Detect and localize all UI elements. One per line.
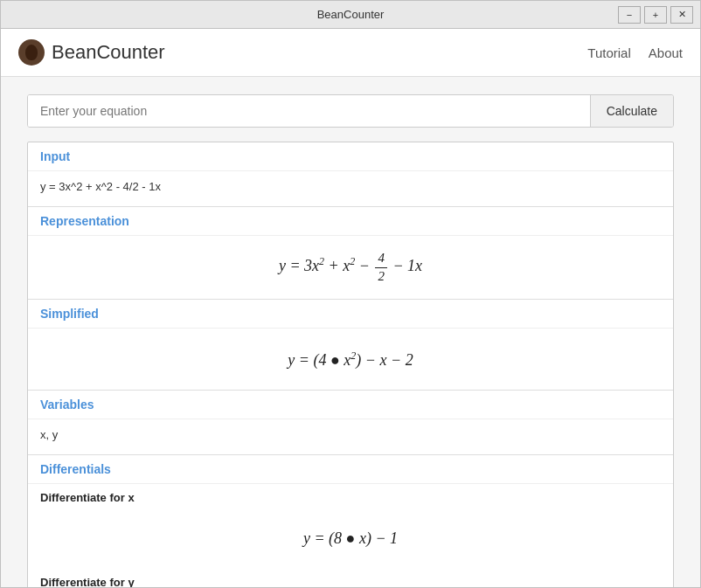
simplified-math: y = (4 ● x2) − x − 2 [28, 329, 673, 390]
differentials-header: Differentials [28, 455, 673, 484]
representation-formula: y = 3x2 + x2 − 4 2 − 1x [279, 250, 422, 285]
differentials-section: Differentials Differentiate for x y = (8… [28, 455, 673, 587]
maximize-button[interactable]: + [644, 6, 667, 24]
diff-x-math: y = (8 ● x) − 1 [28, 508, 673, 569]
header-nav: Tutorial About [587, 45, 683, 60]
app-header: BeanCounter Tutorial About [1, 29, 700, 77]
variables-section: Variables x, y [28, 391, 673, 455]
titlebar: BeanCounter − + ✕ [1, 1, 700, 29]
content-area: BeanCounter Tutorial About Calculate Inp… [1, 29, 700, 587]
results-table: Input y = 3x^2 + x^2 - 4/2 - 1x Represen… [27, 142, 674, 587]
input-section: Input y = 3x^2 + x^2 - 4/2 - 1x [28, 142, 673, 207]
representation-section: Representation y = 3x2 + x2 − 4 2 − 1x [28, 207, 673, 300]
logo-area: BeanCounter [18, 39, 165, 66]
calculate-button[interactable]: Calculate [590, 95, 673, 127]
simplified-header: Simplified [28, 300, 673, 329]
app-window: BeanCounter − + ✕ BeanCounter Tutorial A… [0, 0, 701, 588]
equation-input-row: Calculate [27, 94, 674, 128]
representation-header: Representation [28, 207, 673, 236]
variables-header: Variables [28, 391, 673, 419]
about-link[interactable]: About [649, 45, 683, 60]
diff-x-formula: y = (8 ● x) − 1 [303, 529, 398, 548]
window-controls: − + ✕ [618, 6, 693, 24]
variables-value: x, y [28, 419, 673, 454]
close-button[interactable]: ✕ [670, 6, 693, 24]
logo-icon [18, 39, 45, 66]
app-logo-text: BeanCounter [52, 41, 165, 64]
input-value: y = 3x^2 + x^2 - 4/2 - 1x [28, 171, 673, 206]
input-header: Input [28, 142, 673, 171]
equation-input[interactable] [28, 95, 590, 127]
window-title: BeanCounter [317, 8, 385, 21]
diff-y-label: Differentiate for y [28, 569, 673, 587]
simplified-formula: y = (4 ● x2) − x − 2 [288, 349, 413, 370]
representation-math: y = 3x2 + x2 − 4 2 − 1x [28, 236, 673, 299]
minimize-button[interactable]: − [618, 6, 641, 24]
tutorial-link[interactable]: Tutorial [587, 45, 630, 60]
simplified-section: Simplified y = (4 ● x2) − x − 2 [28, 300, 673, 391]
main-body: Calculate Input y = 3x^2 + x^2 - 4/2 - 1… [1, 77, 700, 587]
diff-x-label: Differentiate for x [28, 484, 673, 508]
